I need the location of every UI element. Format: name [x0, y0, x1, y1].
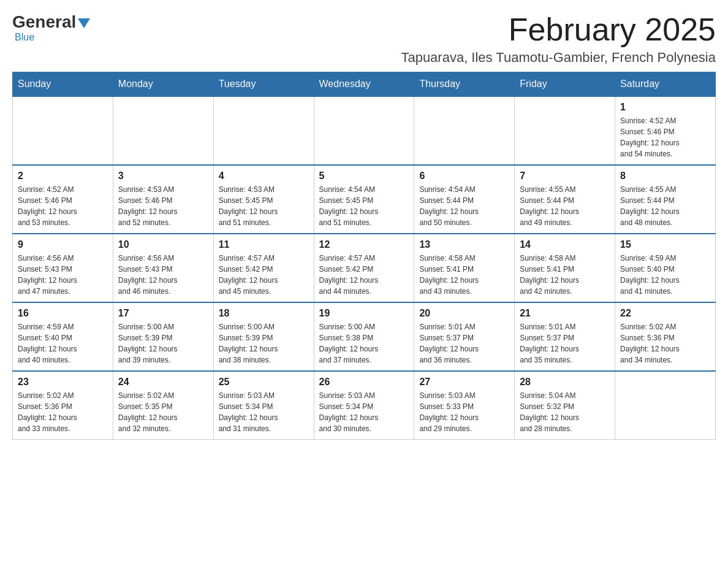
day-number: 8: [620, 170, 710, 182]
calendar-cell: 20Sunrise: 5:01 AMSunset: 5:37 PMDayligh…: [414, 302, 515, 371]
calendar-cell: 19Sunrise: 5:00 AMSunset: 5:38 PMDayligh…: [314, 302, 414, 371]
column-header-monday: Monday: [113, 72, 213, 97]
day-info: Sunrise: 5:00 AMSunset: 5:38 PMDaylight:…: [319, 321, 409, 366]
calendar-cell: 14Sunrise: 4:58 AMSunset: 5:41 PMDayligh…: [515, 234, 615, 302]
day-number: 15: [620, 239, 710, 250]
calendar-cell: 9Sunrise: 4:56 AMSunset: 5:43 PMDaylight…: [13, 234, 113, 302]
day-number: 11: [219, 239, 309, 250]
calendar-cell: 16Sunrise: 4:59 AMSunset: 5:40 PMDayligh…: [13, 302, 113, 371]
day-info: Sunrise: 5:03 AMSunset: 5:34 PMDaylight:…: [319, 390, 409, 434]
day-number: 27: [419, 377, 509, 388]
column-header-sunday: Sunday: [13, 72, 113, 97]
day-number: 14: [520, 239, 610, 250]
title-section: February 2025 Tapuarava, Iles Tuamotu-Ga…: [401, 12, 716, 66]
day-info: Sunrise: 4:59 AMSunset: 5:40 PMDaylight:…: [18, 321, 108, 366]
calendar-cell: 27Sunrise: 5:03 AMSunset: 5:33 PMDayligh…: [414, 371, 515, 440]
day-info: Sunrise: 4:58 AMSunset: 5:41 PMDaylight:…: [520, 253, 610, 297]
calendar-cell: 15Sunrise: 4:59 AMSunset: 5:40 PMDayligh…: [615, 234, 716, 302]
day-info: Sunrise: 5:01 AMSunset: 5:37 PMDaylight:…: [419, 321, 509, 366]
day-info: Sunrise: 5:00 AMSunset: 5:39 PMDaylight:…: [219, 321, 309, 366]
calendar-cell: 28Sunrise: 5:04 AMSunset: 5:32 PMDayligh…: [515, 371, 615, 440]
calendar-cell: 26Sunrise: 5:03 AMSunset: 5:34 PMDayligh…: [314, 371, 414, 440]
calendar-cell: 4Sunrise: 4:53 AMSunset: 5:45 PMDaylight…: [213, 165, 314, 234]
calendar-cell: 8Sunrise: 4:55 AMSunset: 5:44 PMDaylight…: [615, 165, 716, 234]
day-number: 4: [219, 170, 309, 182]
day-number: 9: [18, 239, 108, 250]
day-info: Sunrise: 4:57 AMSunset: 5:42 PMDaylight:…: [319, 253, 409, 297]
day-number: 28: [520, 377, 610, 388]
day-info: Sunrise: 4:56 AMSunset: 5:43 PMDaylight:…: [18, 253, 108, 297]
day-number: 18: [219, 308, 309, 319]
day-number: 22: [620, 308, 710, 319]
calendar-cell: 13Sunrise: 4:58 AMSunset: 5:41 PMDayligh…: [414, 234, 515, 302]
calendar-cell: 1Sunrise: 4:52 AMSunset: 5:46 PMDaylight…: [615, 96, 716, 165]
day-number: 19: [319, 308, 409, 319]
calendar-cell: 24Sunrise: 5:02 AMSunset: 5:35 PMDayligh…: [113, 371, 213, 440]
calendar-week-row: 2Sunrise: 4:52 AMSunset: 5:46 PMDaylight…: [13, 165, 716, 234]
day-number: 24: [118, 377, 208, 388]
day-info: Sunrise: 4:53 AMSunset: 5:46 PMDaylight:…: [118, 184, 208, 228]
day-info: Sunrise: 5:03 AMSunset: 5:33 PMDaylight:…: [419, 390, 509, 434]
calendar-cell: 18Sunrise: 5:00 AMSunset: 5:39 PMDayligh…: [213, 302, 314, 371]
calendar-cell: 21Sunrise: 5:01 AMSunset: 5:37 PMDayligh…: [515, 302, 615, 371]
day-info: Sunrise: 4:52 AMSunset: 5:46 PMDaylight:…: [18, 184, 108, 228]
calendar-cell: 7Sunrise: 4:55 AMSunset: 5:44 PMDaylight…: [515, 165, 615, 234]
day-info: Sunrise: 5:02 AMSunset: 5:36 PMDaylight:…: [620, 321, 710, 366]
calendar-cell: 23Sunrise: 5:02 AMSunset: 5:36 PMDayligh…: [13, 371, 113, 440]
logo-general-text: General: [12, 12, 76, 32]
calendar-cell: 12Sunrise: 4:57 AMSunset: 5:42 PMDayligh…: [314, 234, 414, 302]
calendar-week-row: 9Sunrise: 4:56 AMSunset: 5:43 PMDaylight…: [13, 234, 716, 302]
day-info: Sunrise: 4:52 AMSunset: 5:46 PMDaylight:…: [620, 115, 710, 159]
day-info: Sunrise: 5:03 AMSunset: 5:34 PMDaylight:…: [219, 390, 309, 434]
day-info: Sunrise: 5:02 AMSunset: 5:36 PMDaylight:…: [18, 390, 108, 434]
column-header-saturday: Saturday: [615, 72, 716, 97]
day-number: 5: [319, 170, 409, 182]
calendar-cell: [515, 96, 615, 165]
calendar-cell: 25Sunrise: 5:03 AMSunset: 5:34 PMDayligh…: [213, 371, 314, 440]
day-info: Sunrise: 5:01 AMSunset: 5:37 PMDaylight:…: [520, 321, 610, 366]
day-info: Sunrise: 4:55 AMSunset: 5:44 PMDaylight:…: [620, 184, 710, 228]
day-number: 21: [520, 308, 610, 319]
day-number: 12: [319, 239, 409, 250]
day-number: 10: [118, 239, 208, 250]
day-number: 7: [520, 170, 610, 182]
day-number: 25: [219, 377, 309, 388]
day-info: Sunrise: 4:56 AMSunset: 5:43 PMDaylight:…: [118, 253, 208, 297]
calendar-cell: 10Sunrise: 4:56 AMSunset: 5:43 PMDayligh…: [113, 234, 213, 302]
day-number: 23: [18, 377, 108, 388]
day-number: 17: [118, 308, 208, 319]
location-title: Tapuarava, Iles Tuamotu-Gambier, French …: [401, 50, 716, 66]
day-number: 16: [18, 308, 108, 319]
calendar-cell: [414, 96, 515, 165]
day-info: Sunrise: 4:54 AMSunset: 5:45 PMDaylight:…: [319, 184, 409, 228]
logo-blue-text: Blue: [15, 32, 34, 42]
day-number: 6: [419, 170, 509, 182]
day-info: Sunrise: 5:04 AMSunset: 5:32 PMDaylight:…: [520, 390, 610, 434]
calendar-cell: 6Sunrise: 4:54 AMSunset: 5:44 PMDaylight…: [414, 165, 515, 234]
column-header-wednesday: Wednesday: [314, 72, 414, 97]
calendar-week-row: 23Sunrise: 5:02 AMSunset: 5:36 PMDayligh…: [13, 371, 716, 440]
day-info: Sunrise: 4:59 AMSunset: 5:40 PMDaylight:…: [620, 253, 710, 297]
day-number: 20: [419, 308, 509, 319]
calendar-cell: 11Sunrise: 4:57 AMSunset: 5:42 PMDayligh…: [213, 234, 314, 302]
calendar-cell: 17Sunrise: 5:00 AMSunset: 5:39 PMDayligh…: [113, 302, 213, 371]
calendar-cell: [113, 96, 213, 165]
day-info: Sunrise: 4:55 AMSunset: 5:44 PMDaylight:…: [520, 184, 610, 228]
day-number: 13: [419, 239, 509, 250]
calendar-week-row: 1Sunrise: 4:52 AMSunset: 5:46 PMDaylight…: [13, 96, 716, 165]
day-info: Sunrise: 4:54 AMSunset: 5:44 PMDaylight:…: [419, 184, 509, 228]
calendar-cell: 3Sunrise: 4:53 AMSunset: 5:46 PMDaylight…: [113, 165, 213, 234]
day-info: Sunrise: 5:02 AMSunset: 5:35 PMDaylight:…: [118, 390, 208, 434]
calendar-week-row: 16Sunrise: 4:59 AMSunset: 5:40 PMDayligh…: [13, 302, 716, 371]
column-header-tuesday: Tuesday: [213, 72, 314, 97]
page-header: General Blue February 2025 Tapuarava, Il…: [12, 12, 716, 66]
day-number: 2: [18, 170, 108, 182]
day-number: 1: [620, 102, 710, 113]
day-info: Sunrise: 5:00 AMSunset: 5:39 PMDaylight:…: [118, 321, 208, 366]
calendar-cell: [615, 371, 716, 440]
calendar-cell: [13, 96, 113, 165]
day-info: Sunrise: 4:57 AMSunset: 5:42 PMDaylight:…: [219, 253, 309, 297]
calendar-cell: [213, 96, 314, 165]
logo: General Blue: [12, 12, 90, 43]
month-title: February 2025: [401, 12, 716, 47]
